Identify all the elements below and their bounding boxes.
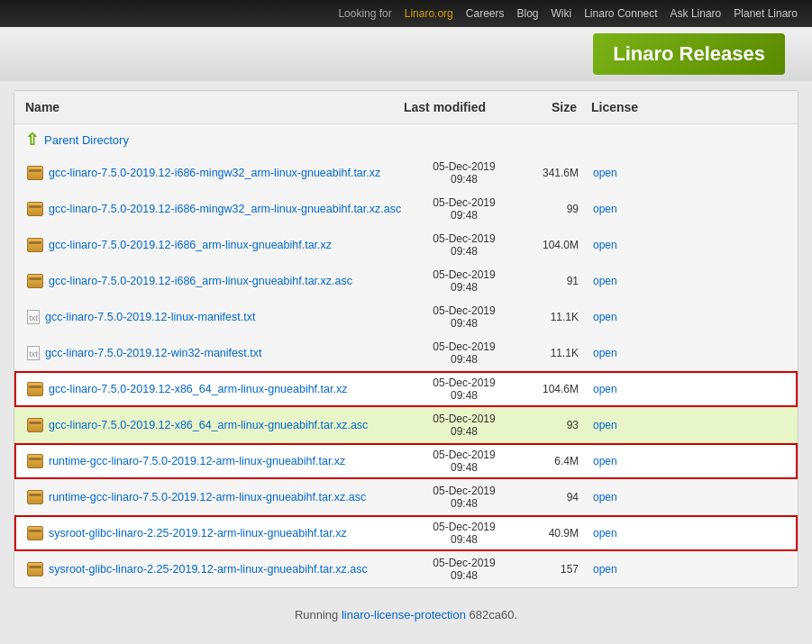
nav-careers[interactable]: Careers xyxy=(466,7,505,20)
file-size: 99 xyxy=(523,203,586,215)
txt-icon: txt xyxy=(27,310,40,324)
file-name-cell: runtime-gcc-linaro-7.5.0-2019.12-arm-lin… xyxy=(27,490,406,504)
file-link[interactable]: gcc-linaro-7.5.0-2019.12-x86_64_arm-linu… xyxy=(49,419,368,431)
file-link[interactable]: gcc-linaro-7.5.0-2019.12-i686-mingw32_ar… xyxy=(49,167,380,179)
file-size: 93 xyxy=(523,419,586,431)
file-size: 104.0M xyxy=(523,239,586,251)
file-link[interactable]: gcc-linaro-7.5.0-2019.12-x86_64_arm-linu… xyxy=(49,383,347,395)
table-row: runtime-gcc-linaro-7.5.0-2019.12-arm-lin… xyxy=(14,479,798,515)
file-link[interactable]: gcc-linaro-7.5.0-2019.12-i686-mingw32_ar… xyxy=(49,203,401,215)
file-date: 05-Dec-201909:48 xyxy=(406,196,523,222)
nav-blog[interactable]: Blog xyxy=(516,7,538,20)
file-link[interactable]: gcc-linaro-7.5.0-2019.12-i686_arm-linux-… xyxy=(49,275,352,287)
table-row: gcc-linaro-7.5.0-2019.12-i686-mingw32_ar… xyxy=(14,191,798,227)
file-date: 05-Dec-201909:48 xyxy=(406,449,523,474)
table-row: gcc-linaro-7.5.0-2019.12-i686_arm-linux-… xyxy=(14,227,798,263)
footer-period: . xyxy=(514,608,517,621)
file-date: 05-Dec-201909:48 xyxy=(406,521,523,546)
archive-icon xyxy=(27,454,43,468)
archive-icon xyxy=(27,202,43,216)
file-date: 05-Dec-201909:48 xyxy=(406,340,523,366)
file-name-cell: gcc-linaro-7.5.0-2019.12-x86_64_arm-linu… xyxy=(27,382,406,396)
table-row: sysroot-glibc-linaro-2.25-2019.12-arm-li… xyxy=(14,551,798,587)
column-name: Name xyxy=(25,100,404,114)
nav-planet-linaro[interactable]: Planet Linaro xyxy=(734,7,798,20)
file-link[interactable]: sysroot-glibc-linaro-2.25-2019.12-arm-li… xyxy=(49,527,347,540)
file-date: 05-Dec-201909:48 xyxy=(406,304,523,330)
table-row: txt gcc-linaro-7.5.0-2019.12-win32-manif… xyxy=(14,335,798,371)
file-date: 05-Dec-201909:48 xyxy=(406,557,523,582)
column-modified: Last modified xyxy=(404,100,521,114)
table-row: runtime-gcc-linaro-7.5.0-2019.12-arm-lin… xyxy=(14,443,798,479)
parent-arrow-icon: ⇧ xyxy=(25,130,39,150)
file-name-cell: gcc-linaro-7.5.0-2019.12-i686-mingw32_ar… xyxy=(27,202,406,216)
file-name-cell: txt gcc-linaro-7.5.0-2019.12-win32-manif… xyxy=(27,346,406,360)
file-date: 05-Dec-201909:48 xyxy=(406,413,523,438)
file-license: open xyxy=(586,203,658,215)
file-license: open xyxy=(586,275,658,287)
table-row: gcc-linaro-7.5.0-2019.12-x86_64_arm-linu… xyxy=(14,407,798,443)
file-link[interactable]: runtime-gcc-linaro-7.5.0-2019.12-arm-lin… xyxy=(49,455,345,467)
file-license: open xyxy=(586,455,658,467)
footer-running-text: Running xyxy=(295,608,338,621)
footer: Running linaro-license-protection 682ca6… xyxy=(0,597,812,632)
file-link[interactable]: gcc-linaro-7.5.0-2019.12-i686_arm-linux-… xyxy=(49,239,332,251)
archive-icon xyxy=(27,274,43,288)
file-link[interactable]: gcc-linaro-7.5.0-2019.12-win32-manifest.… xyxy=(45,347,261,359)
file-name-cell: gcc-linaro-7.5.0-2019.12-x86_64_arm-linu… xyxy=(27,418,406,432)
nav-linaro-connect[interactable]: Linaro Connect xyxy=(584,7,657,20)
parent-directory-row: ⇧ Parent Directory xyxy=(14,124,798,155)
file-license: open xyxy=(586,563,658,576)
file-name-cell: sysroot-glibc-linaro-2.25-2019.12-arm-li… xyxy=(27,562,406,576)
file-name-cell: gcc-linaro-7.5.0-2019.12-i686_arm-linux-… xyxy=(27,238,406,252)
table-row: gcc-linaro-7.5.0-2019.12-x86_64_arm-linu… xyxy=(14,371,798,407)
column-size: Size xyxy=(521,100,584,114)
file-size: 6.4M xyxy=(523,455,586,467)
file-license: open xyxy=(586,419,658,431)
file-license: open xyxy=(586,239,658,251)
parent-directory-link[interactable]: Parent Directory xyxy=(44,133,129,147)
footer-version-text: 682ca60 xyxy=(470,608,515,621)
file-list-scroll[interactable]: ⇧ Parent Directory gcc-linaro-7.5.0-2019… xyxy=(14,124,798,587)
file-size: 157 xyxy=(523,563,586,576)
archive-icon xyxy=(27,490,43,504)
file-license: open xyxy=(586,311,658,323)
file-name-cell: gcc-linaro-7.5.0-2019.12-i686-mingw32_ar… xyxy=(27,166,406,180)
file-size: 341.6M xyxy=(523,167,586,179)
archive-icon xyxy=(27,238,43,252)
archive-icon xyxy=(27,382,43,396)
archive-icon xyxy=(27,166,43,180)
file-date: 05-Dec-201909:48 xyxy=(406,485,523,510)
header: Linaro Releases xyxy=(0,27,812,81)
file-date: 05-Dec-201909:48 xyxy=(406,376,523,402)
column-license: License xyxy=(584,100,656,114)
file-date: 05-Dec-201909:48 xyxy=(406,232,523,258)
file-date: 05-Dec-201909:48 xyxy=(406,268,523,294)
file-license: open xyxy=(586,383,658,395)
table-row: gcc-linaro-7.5.0-2019.12-i686-mingw32_ar… xyxy=(14,155,798,191)
file-license: open xyxy=(586,167,658,179)
nav-wiki[interactable]: Wiki xyxy=(552,7,572,20)
file-name-cell: sysroot-glibc-linaro-2.25-2019.12-arm-li… xyxy=(27,526,406,540)
table-row: sysroot-glibc-linaro-2.25-2019.12-arm-li… xyxy=(14,515,798,551)
file-date: 05-Dec-201909:48 xyxy=(406,160,523,186)
txt-icon: txt xyxy=(27,346,40,360)
file-size: 11.1K xyxy=(523,311,586,323)
archive-icon xyxy=(27,418,43,432)
file-size: 91 xyxy=(523,275,586,287)
nav-linaro-org[interactable]: Linaro.org xyxy=(405,7,453,20)
top-navigation: Looking for Linaro.org Careers Blog Wiki… xyxy=(0,0,812,27)
file-name-cell: runtime-gcc-linaro-7.5.0-2019.12-arm-lin… xyxy=(27,454,406,468)
file-size: 40.9M xyxy=(523,527,586,540)
table-row: gcc-linaro-7.5.0-2019.12-i686_arm-linux-… xyxy=(14,263,798,299)
file-link[interactable]: runtime-gcc-linaro-7.5.0-2019.12-arm-lin… xyxy=(49,491,366,503)
file-rows-container: gcc-linaro-7.5.0-2019.12-i686-mingw32_ar… xyxy=(14,155,798,587)
nav-ask-linaro[interactable]: Ask Linaro xyxy=(671,7,722,20)
footer-license-link[interactable]: linaro-license-protection xyxy=(342,608,466,621)
linaro-logo: Linaro Releases xyxy=(593,33,785,75)
file-link[interactable]: gcc-linaro-7.5.0-2019.12-linux-manifest.… xyxy=(45,311,255,323)
looking-for-label: Looking for xyxy=(338,7,391,20)
archive-icon xyxy=(27,526,43,540)
file-name-cell: txt gcc-linaro-7.5.0-2019.12-linux-manif… xyxy=(27,310,406,324)
file-link[interactable]: sysroot-glibc-linaro-2.25-2019.12-arm-li… xyxy=(49,563,368,576)
